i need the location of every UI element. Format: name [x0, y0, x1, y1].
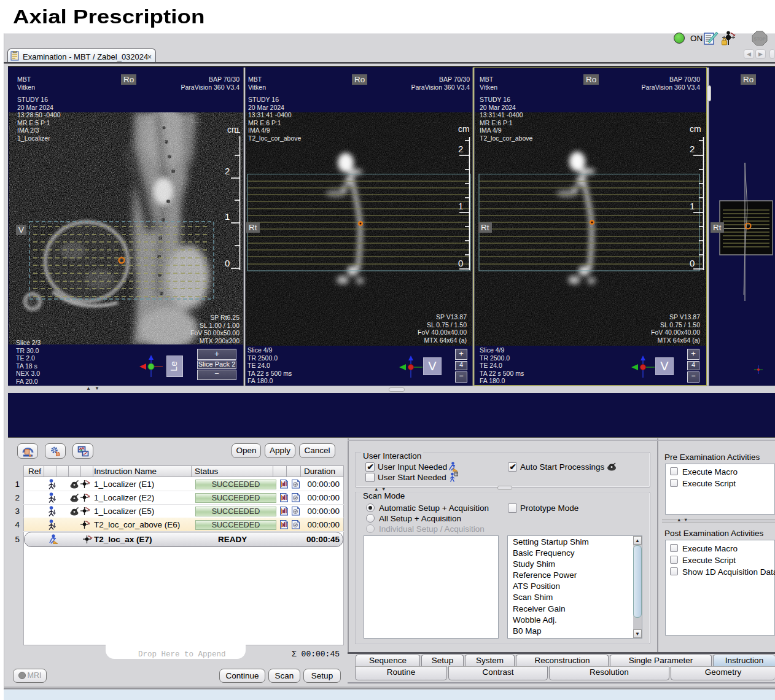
svg-text:STOP: STOP: [754, 37, 766, 41]
